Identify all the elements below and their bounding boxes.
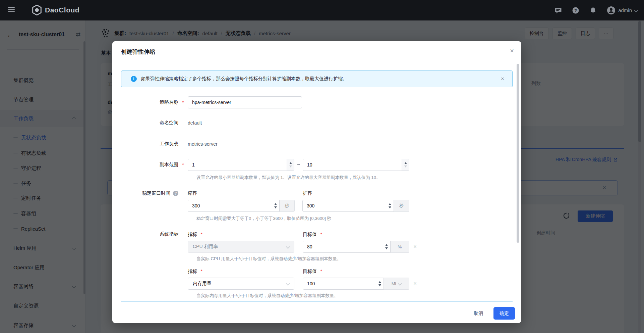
scale-out-stepper[interactable]	[386, 200, 394, 211]
system-metric-label: 系统指标	[121, 231, 178, 237]
avatar	[607, 6, 616, 15]
metric-label-wrap: 指标 *	[188, 268, 303, 275]
chat-icon[interactable]	[554, 7, 562, 14]
namespace-label: 命名空间	[121, 120, 178, 126]
target1-stepper[interactable]	[383, 241, 390, 252]
step-up-icon[interactable]	[274, 203, 277, 205]
user-menu[interactable]: admin	[607, 6, 637, 15]
replica-range-label: 副本范围	[121, 162, 178, 168]
username: admin	[618, 7, 632, 13]
modal-scrollbar-thumb[interactable]	[517, 64, 519, 243]
create-hpa-modal: 创建弹性伸缩 × i 如果弹性伸缩策略指定了多个指标，那么会按照每个指标分别计算…	[112, 41, 521, 323]
metric-label: 指标	[188, 269, 197, 274]
scale-in-group: 秒	[188, 200, 295, 212]
alert-text: 如果弹性伸缩策略指定了多个指标，那么会按照每个指标分别计算扩缩副本数，取最大值进…	[141, 76, 501, 82]
chevron-down-icon	[286, 245, 290, 248]
modal-header-divider	[112, 62, 521, 62]
workload-value: metrics-server	[188, 141, 218, 147]
step-up-icon[interactable]	[378, 281, 381, 283]
target1-input[interactable]	[303, 244, 390, 249]
info-icon: i	[131, 76, 137, 82]
topbar: DaoCloud ? admin	[0, 0, 644, 20]
step-down-icon[interactable]	[404, 165, 407, 168]
policy-name-input-wrap	[188, 96, 302, 108]
step-down-icon[interactable]	[385, 247, 388, 249]
namespace-value: default	[188, 120, 202, 126]
scale-out-wrap	[302, 200, 394, 212]
help-icon[interactable]: ?	[572, 7, 579, 14]
scale-out-input[interactable]	[303, 203, 394, 208]
required-marker: *	[178, 162, 188, 168]
step-down-icon[interactable]	[389, 206, 391, 208]
target2-unit-select[interactable]: Mi	[384, 278, 409, 290]
modal-close-icon[interactable]: ×	[508, 47, 516, 55]
target2-wrap	[303, 278, 384, 290]
workload-label: 工作负载	[121, 141, 178, 147]
alert-close-icon[interactable]: ×	[501, 76, 504, 82]
replica-max-input[interactable]	[303, 162, 409, 168]
metric2-help-text: 当实际内存用量大于/小于目标值时，系统自动减少/增加容器组副本数量。	[196, 293, 338, 299]
app: DaoCloud ? admin ← test-sku-cluster01 ⇄	[0, 0, 644, 333]
daocloud-logo: DaoCloud	[32, 5, 79, 15]
chevron-down-icon	[286, 282, 290, 285]
metric-label: 指标	[188, 232, 197, 237]
required-marker: *	[178, 100, 188, 105]
confirm-button[interactable]: 确定	[493, 307, 515, 320]
target2-stepper[interactable]	[376, 278, 384, 289]
replica-min-input[interactable]	[188, 162, 294, 168]
target1-wrap	[303, 241, 391, 253]
window-label: 稳定窗口时间	[142, 190, 170, 196]
target-label-wrap: 目标值 *	[303, 268, 322, 275]
remove-metric1-icon[interactable]: ×	[413, 243, 417, 250]
scale-out-label: 扩容	[303, 190, 312, 196]
hamburger-menu-icon[interactable]	[8, 7, 15, 13]
modal-title: 创建弹性伸缩	[121, 48, 155, 56]
step-up-icon[interactable]	[385, 244, 388, 246]
step-down-icon[interactable]	[289, 165, 292, 168]
target-value-label: 目标值	[303, 232, 317, 237]
svg-text:?: ?	[574, 8, 577, 13]
seconds-unit: 秒	[280, 200, 295, 212]
range-separator: ~	[294, 162, 303, 168]
notification-bell-icon[interactable]	[589, 7, 597, 14]
window-label-wrap: 稳定窗口时间 ?	[121, 190, 178, 196]
scale-in-input[interactable]	[188, 203, 279, 208]
target2-group: Mi	[303, 278, 409, 290]
remove-metric2-icon[interactable]: ×	[413, 280, 417, 287]
target1-unit: %	[391, 241, 409, 253]
help-circle-icon[interactable]: ?	[173, 191, 178, 196]
scale-in-stepper[interactable]	[272, 200, 279, 211]
chevron-down-icon	[398, 282, 402, 285]
chevron-down-icon	[634, 8, 638, 12]
metric1-help-text: 当实际 CPU 用量大于/小于目标值时，系统自动减少/增加容器组副本数量。	[196, 256, 341, 262]
info-alert: i 如果弹性伸缩策略指定了多个指标，那么会按照每个指标分别计算扩缩副本数，取最大…	[121, 70, 513, 87]
replica-min-stepper[interactable]	[287, 159, 294, 171]
metric1-select[interactable]: CPU 利用率	[188, 241, 294, 253]
step-up-icon[interactable]	[389, 203, 391, 205]
step-down-icon[interactable]	[274, 206, 277, 208]
policy-name-input[interactable]	[188, 100, 302, 105]
scale-in-wrap	[188, 200, 280, 212]
step-up-icon[interactable]	[289, 162, 292, 164]
target1-group: %	[303, 241, 409, 253]
policy-name-label: 策略名称	[121, 99, 178, 105]
scale-out-group: 秒	[302, 200, 409, 212]
target-label-wrap: 目标值 *	[303, 231, 322, 238]
target2-input[interactable]	[303, 281, 384, 286]
scale-in-label: 缩容	[188, 190, 303, 196]
window-help-text: 稳定窗口时间需要大于等于0，小于等于3600，取值范围为 [0,3600] 秒	[196, 216, 331, 222]
cancel-button[interactable]: 取消	[469, 307, 488, 320]
daocloud-logo-icon	[32, 5, 42, 15]
logo-text: DaoCloud	[45, 6, 79, 14]
replica-max-wrap	[303, 159, 409, 171]
step-up-icon[interactable]	[404, 162, 407, 164]
replica-max-stepper[interactable]	[402, 159, 409, 171]
seconds-unit: 秒	[394, 200, 409, 212]
scrolled-content-edge	[121, 301, 513, 302]
step-down-icon[interactable]	[378, 284, 381, 286]
metric2-select[interactable]: 内存用量	[188, 278, 294, 290]
metric-label-wrap: 指标 *	[188, 231, 303, 238]
target-value-label: 目标值	[303, 269, 317, 274]
replica-min-wrap	[188, 159, 294, 171]
replica-help-text: 设置允许的最小容器组副本数量，默认值为 1。设置允许的最大容器组副本数量，默认值…	[196, 175, 380, 181]
